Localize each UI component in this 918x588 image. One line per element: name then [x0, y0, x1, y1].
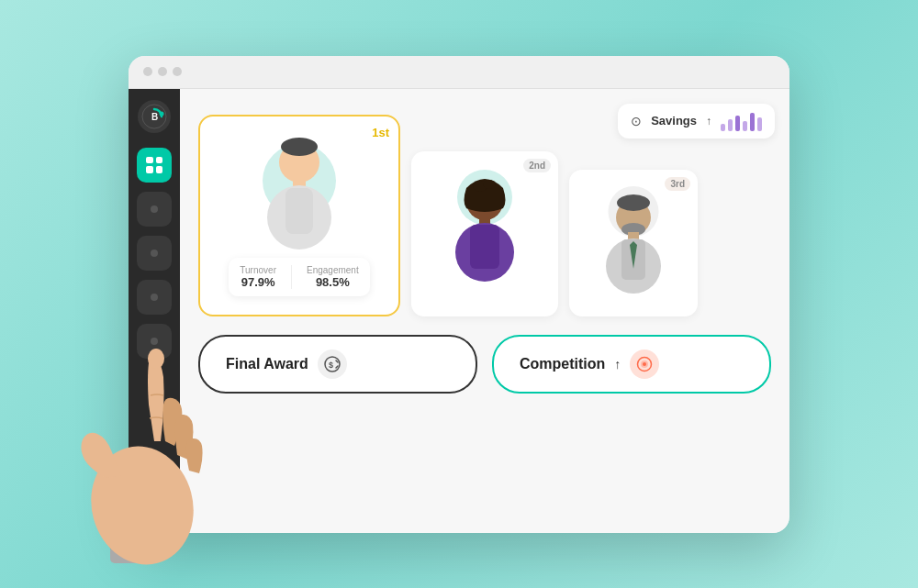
third-place-card: 3rd — [569, 170, 698, 316]
svg-text:B: B — [151, 112, 158, 122]
competition-arrow-icon: ↑ — [614, 357, 621, 372]
main-content: ⊙ Savings ↑ 1st — [180, 89, 789, 533]
second-place-person — [430, 151, 540, 298]
stat2-value: 98.5% — [316, 275, 350, 289]
svg-point-17 — [617, 194, 650, 211]
first-place-person — [240, 121, 359, 268]
award-button-label: Final Award — [226, 356, 308, 372]
svg-rect-32 — [110, 547, 147, 563]
svg-rect-9 — [285, 188, 313, 234]
savings-card[interactable]: ⊙ Savings ↑ — [618, 104, 775, 139]
competition-button-label: Competition — [520, 356, 605, 372]
browser-titlebar — [129, 56, 789, 89]
first-place-card: 1st — [198, 115, 400, 316]
third-place-person — [583, 170, 684, 307]
bottom-row: Final Award $ Competition ↑ — [198, 335, 771, 394]
browser-body: B — [129, 89, 789, 533]
svg-point-6 — [281, 138, 318, 156]
leaderboard: 1st — [198, 115, 771, 316]
first-place-stats: Turnover 97.9% Engagement 98.5% — [229, 258, 369, 296]
sidebar-logo: B — [138, 100, 171, 133]
svg-point-1 — [160, 111, 164, 116]
savings-chart — [721, 111, 762, 131]
sidebar-item-2[interactable] — [137, 236, 172, 271]
dot-red — [143, 67, 152, 76]
competition-icon — [630, 349, 659, 379]
svg-point-27 — [643, 362, 646, 366]
sidebar-item-3[interactable] — [137, 280, 172, 315]
second-place-card: 2nd — [411, 151, 558, 316]
stat1-label: Turnover — [240, 265, 276, 275]
browser-window: B — [129, 56, 789, 533]
grid-icon — [146, 157, 162, 173]
sidebar-dot-2 — [151, 250, 158, 257]
svg-rect-19 — [628, 232, 639, 239]
svg-text:$: $ — [329, 361, 333, 370]
savings-arrow-icon: ↑ — [706, 115, 711, 128]
competition-button[interactable]: Competition ↑ — [492, 335, 771, 394]
sidebar-item-dashboard[interactable] — [137, 148, 172, 183]
final-award-button[interactable]: Final Award $ — [198, 335, 477, 394]
award-icon: $ — [318, 349, 347, 379]
savings-icon: ⊙ — [631, 114, 642, 128]
sidebar-dot-1 — [151, 205, 158, 213]
sidebar-dot-3 — [151, 294, 158, 301]
svg-rect-15 — [470, 225, 499, 269]
dot-yellow — [158, 67, 167, 76]
sidebar-item-4[interactable] — [137, 324, 172, 359]
stat2-label: Engagement — [307, 265, 359, 275]
sidebar-circle-button[interactable] — [137, 478, 172, 513]
sidebar: B — [129, 89, 180, 533]
stat1-value: 97.9% — [241, 275, 275, 289]
sidebar-dot-4 — [151, 338, 158, 345]
sidebar-item-1[interactable] — [137, 192, 172, 227]
savings-label: Savings — [651, 114, 697, 128]
first-place-rank: 1st — [372, 126, 389, 139]
dot-green — [173, 67, 182, 76]
svg-point-4 — [151, 493, 157, 498]
svg-point-12 — [483, 180, 496, 189]
